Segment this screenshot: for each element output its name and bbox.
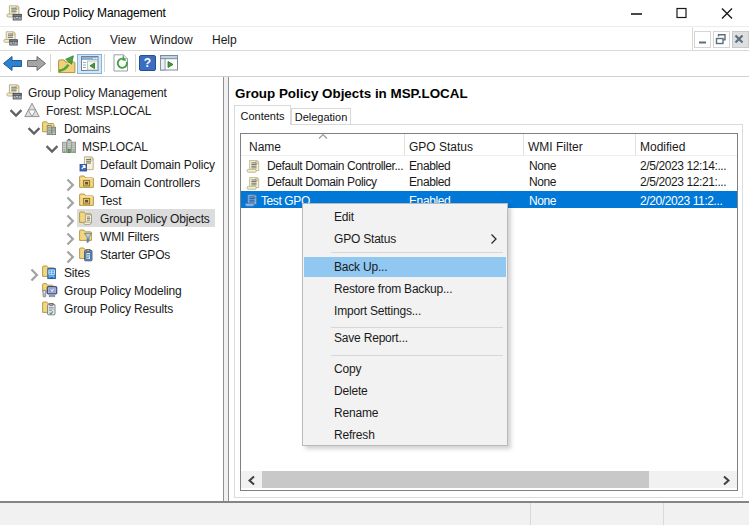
svg-text:?: ? bbox=[144, 56, 151, 70]
